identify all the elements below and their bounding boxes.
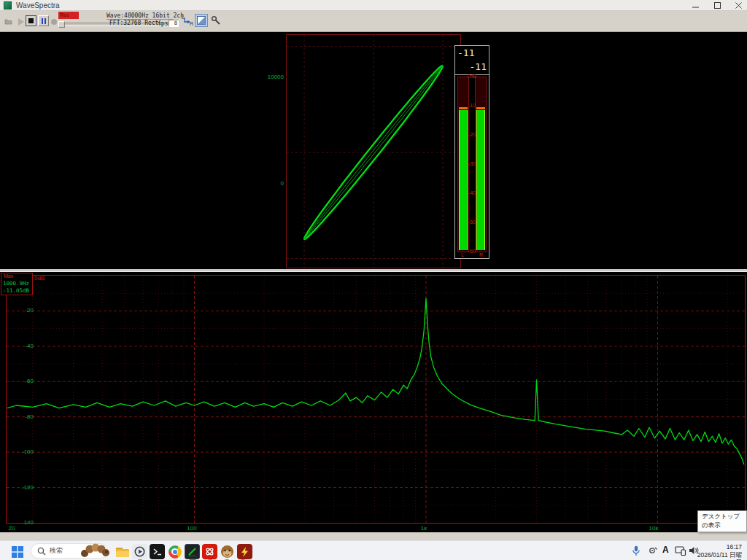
- spectrum-0db-label: 0dB: [34, 275, 44, 281]
- seek-slider-thumb[interactable]: [58, 21, 65, 28]
- meter-scale-tick: -30: [455, 161, 489, 166]
- search-icon: [37, 547, 46, 556]
- lissajous-ymid-label: 0: [256, 180, 284, 187]
- spectrum-y-tick: -20: [12, 307, 34, 314]
- lissajous-view-toggle-button[interactable]: [195, 14, 208, 27]
- taskbar-item-media-player[interactable]: [132, 544, 147, 559]
- record-button[interactable]: [48, 16, 59, 27]
- lissajous-trace: [304, 66, 443, 239]
- meter-scale-tick: -10: [455, 103, 489, 108]
- meter-scale-tick: -60: [455, 249, 489, 254]
- lissajous-ymax-label: 10000: [256, 74, 284, 80]
- minimize-icon: [692, 1, 700, 9]
- meter-bar-fill: [476, 110, 485, 250]
- lr-r-label: R: [190, 21, 193, 26]
- stop-icon: [28, 18, 34, 23]
- lr-channel-toggle-button[interactable]: L R: [181, 15, 193, 26]
- lissajous-canvas: [287, 35, 460, 268]
- settings-button[interactable]: [209, 14, 222, 27]
- split-view-icon: [197, 16, 206, 25]
- acrobat-icon: [204, 546, 215, 557]
- meter-scale-tick: 0dB: [455, 74, 489, 79]
- caterpillar-icon: [80, 541, 109, 559]
- level-meter: -11 -11 0dB-10-20-30-40-50-60 LR: [454, 45, 489, 259]
- maximize-button[interactable]: [713, 1, 722, 10]
- meter-bar-fill: [459, 110, 468, 250]
- app-icon: [4, 1, 12, 9]
- pause-icon: [42, 18, 46, 24]
- spectrum-x-tick: 10k: [643, 525, 665, 532]
- tray-device-button[interactable]: [648, 545, 658, 556]
- close-icon: [735, 1, 743, 9]
- maximize-icon: [713, 1, 721, 9]
- windows-logo-icon: [12, 546, 23, 558]
- fps-value-box[interactable]: 8: [169, 20, 179, 27]
- show-desktop-tooltip: デスクトップの表示: [697, 510, 747, 532]
- close-button[interactable]: [734, 1, 743, 10]
- window-title: WaveSpectra: [16, 1, 60, 9]
- taskbar-item-terminal[interactable]: [150, 544, 165, 559]
- terminal-icon: [152, 546, 163, 557]
- ime-mode-indicator[interactable]: A: [662, 545, 669, 555]
- start-button[interactable]: [9, 544, 25, 559]
- spectrum-y-tick: -60: [12, 378, 34, 384]
- spectrum-y-tick: -40: [12, 343, 34, 349]
- lightning-bolt-icon: [239, 546, 250, 558]
- spectrum-y-tick: -100: [12, 448, 34, 455]
- spectrum-x-tick: 100: [181, 525, 203, 532]
- spectrum-canvas: [7, 276, 745, 523]
- cast-display-icon: [675, 545, 686, 556]
- spectrum-pane: Max 1000.9Hz -11.05dB 0dB -20-40-60-80-1…: [0, 272, 747, 532]
- spectrum-x-tick: 1k: [413, 525, 435, 532]
- wavespectra-mini-icon: [187, 546, 198, 557]
- tray-cast-button[interactable]: [675, 545, 686, 556]
- pause-button[interactable]: [38, 15, 49, 26]
- spectrum-y-tick: -140: [12, 519, 34, 526]
- device-gear-icon: [648, 545, 658, 556]
- spectrum-y-tick: -120: [12, 484, 34, 491]
- stop-button[interactable]: [26, 15, 36, 26]
- taskbar-item-acrobat[interactable]: [202, 544, 217, 559]
- max-frequency-value: 1000.9Hz: [3, 280, 29, 287]
- taskbar-item-explorer[interactable]: [115, 544, 130, 559]
- spectrum-y-tick: -80: [12, 413, 34, 420]
- taskbar-item-lightning-app[interactable]: [237, 544, 252, 559]
- minimize-button[interactable]: [691, 1, 700, 10]
- spectrum-x-tick: 20: [1, 525, 23, 532]
- taskbar-item-wavespectra[interactable]: [185, 544, 200, 559]
- window-bottom-border: [0, 532, 747, 540]
- meter-scale-tick: -20: [455, 132, 489, 137]
- chrome-icon: [169, 545, 182, 559]
- meter-left-db: -11: [457, 47, 474, 58]
- taskbar-item-chrome[interactable]: [167, 544, 182, 559]
- tray-date: 2026/01/11 日曜日: [697, 551, 742, 560]
- tray-microphone-button[interactable]: [632, 545, 640, 556]
- meter-scale-tick: -50: [455, 219, 489, 225]
- wavespectra-window: WaveSpectra Rec Wave:48000Hz 16bit: [0, 0, 747, 560]
- lissajous-plot: [286, 34, 461, 268]
- meter-scale-tick: -40: [455, 190, 489, 195]
- toolbar: Rec Wave:48000Hz 16bit 2ch FFT:32768 Rec…: [0, 11, 747, 32]
- max-label: Max: [4, 273, 13, 279]
- monkey-face-icon: [220, 545, 234, 559]
- taskbar-item-monkey-app[interactable]: [220, 544, 235, 559]
- rec-status-indicator: Rec: [58, 12, 79, 19]
- record-icon: [51, 19, 57, 25]
- meter-channel-label: L: [461, 252, 464, 257]
- spectrum-plot: [6, 275, 746, 524]
- meter-readout: -11 -11: [455, 46, 489, 75]
- search-doodle-caterpillar-icon[interactable]: [80, 541, 109, 560]
- search-placeholder: 検索: [50, 546, 63, 556]
- tray-clock[interactable]: 16:17 2026/01/11 日曜日: [697, 543, 742, 560]
- play-icon: [18, 18, 24, 26]
- max-db-value: -11.05dB: [3, 287, 29, 294]
- meter-right-db: -11: [470, 61, 487, 72]
- fft-settings-info: FFT:32768 Rect.: [109, 20, 162, 26]
- tray-time: 16:17: [697, 543, 742, 551]
- play-button[interactable]: [15, 16, 26, 27]
- microphone-icon: [632, 545, 640, 556]
- open-file-button[interactable]: [3, 16, 14, 27]
- meter-channel-label: R: [479, 252, 483, 257]
- taskbar: 検索: [0, 540, 747, 560]
- lissajous-trace-inner: [304, 66, 443, 239]
